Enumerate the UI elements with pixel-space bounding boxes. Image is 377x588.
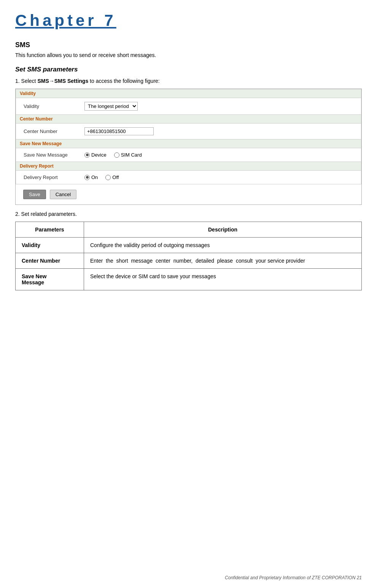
step1-bold: SMS→SMS Settings	[37, 78, 88, 84]
table-row: Save NewMessage Select the device or SIM…	[16, 269, 362, 290]
save-device-label: Device	[91, 152, 107, 158]
table-col-description: Description	[84, 222, 362, 238]
center-number-label: Center Number	[24, 128, 84, 134]
step1-text: 1. Select SMS→SMS Settings to access the…	[15, 78, 362, 84]
save-new-message-label: Save New Message	[24, 152, 84, 158]
validity-header: Validity	[16, 89, 361, 98]
save-simcard-label: SIM Card	[121, 152, 142, 158]
chapter-heading: Chapter 7	[15, 11, 362, 30]
intro-text: This function allows you to send or rece…	[15, 52, 362, 58]
save-simcard-option[interactable]: SIM Card	[114, 152, 142, 158]
table-cell-param-1: Center Number	[16, 253, 84, 269]
parameters-table: Parameters Description Validity Configur…	[15, 222, 362, 290]
table-cell-param-0: Validity	[16, 238, 84, 253]
footer-text: Confidential and Proprietary Information…	[225, 575, 362, 580]
save-device-option[interactable]: Device	[84, 152, 107, 158]
table-cell-desc-1: Enter the short message center number, d…	[84, 253, 362, 269]
delivery-report-label: Delivery Report	[24, 174, 84, 180]
delivery-off-option[interactable]: Off	[105, 174, 119, 180]
save-device-radio-circle	[84, 152, 90, 158]
center-number-control	[84, 127, 154, 135]
validity-row: Validity The longest period 1 hour 6 hou…	[16, 98, 361, 114]
delivery-report-radio-group: On Off	[84, 174, 119, 180]
step2-text: 2. Set related parameters.	[15, 211, 362, 217]
save-button[interactable]: Save	[23, 190, 46, 199]
validity-select[interactable]: The longest period 1 hour 6 hours 12 hou…	[84, 102, 138, 111]
delivery-off-label: Off	[112, 174, 119, 180]
table-header-row: Parameters Description	[16, 222, 362, 238]
delivery-on-option[interactable]: On	[84, 174, 98, 180]
save-new-message-header: Save New Message	[16, 139, 361, 148]
section-title: SMS	[15, 41, 362, 49]
center-number-row: Center Number	[16, 124, 361, 139]
button-row: Save Cancel	[16, 184, 361, 204]
save-new-message-radio-group: Device SIM Card	[84, 152, 142, 158]
center-number-section: Center Number Center Number	[16, 115, 361, 139]
save-new-message-section: Save New Message Save New Message Device…	[16, 139, 361, 162]
table-cell-desc-2: Select the device or SIM card to save yo…	[84, 269, 362, 290]
subsection-title: Set SMS parameters	[15, 66, 362, 73]
validity-label: Validity	[24, 103, 84, 109]
delivery-report-header: Delivery Report	[16, 162, 361, 171]
table-row: Center Number Enter the short message ce…	[16, 253, 362, 269]
figure-box: Validity Validity The longest period 1 h…	[15, 89, 362, 205]
delivery-on-label: On	[91, 174, 98, 180]
table-cell-desc-0: Configure the validity period of outgoin…	[84, 238, 362, 253]
table-cell-param-2: Save NewMessage	[16, 269, 84, 290]
validity-section: Validity Validity The longest period 1 h…	[16, 89, 361, 115]
delivery-report-section: Delivery Report Delivery Report On Off	[16, 162, 361, 184]
validity-control: The longest period 1 hour 6 hours 12 hou…	[84, 102, 138, 111]
table-col-parameters: Parameters	[16, 222, 84, 238]
cancel-button[interactable]: Cancel	[50, 190, 76, 199]
delivery-report-row: Delivery Report On Off	[16, 171, 361, 184]
save-simcard-radio-circle	[114, 152, 119, 158]
center-number-input[interactable]	[84, 127, 154, 135]
table-row: Validity Configure the validity period o…	[16, 238, 362, 253]
save-new-message-row: Save New Message Device SIM Card	[16, 148, 361, 162]
delivery-on-radio-circle	[84, 175, 90, 180]
delivery-off-radio-circle	[105, 175, 111, 180]
center-number-header: Center Number	[16, 115, 361, 124]
